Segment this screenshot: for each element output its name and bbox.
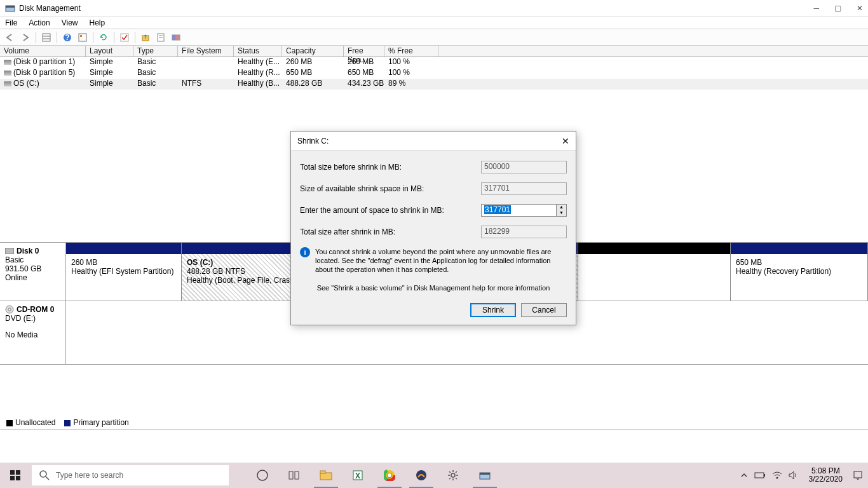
spinner-down-icon[interactable]: ▼: [557, 210, 566, 216]
tray-wifi-icon[interactable]: [772, 471, 782, 479]
field-total-after: 182299: [481, 226, 567, 238]
spinner-arrows: ▲ ▼: [557, 204, 567, 217]
svg-text:X: X: [355, 471, 360, 480]
info-icon: i: [300, 247, 310, 257]
svg-rect-49: [480, 473, 490, 475]
col-status[interactable]: Status: [234, 46, 282, 57]
svg-line-46: [449, 478, 451, 479]
col-layout[interactable]: Layout: [86, 46, 133, 57]
partition[interactable]: 260 MB Healthy (EFI System Partition): [66, 243, 182, 301]
refresh-icon[interactable]: [97, 31, 110, 44]
back-icon[interactable]: [4, 31, 17, 44]
svg-rect-16: [175, 35, 180, 40]
svg-line-47: [456, 471, 457, 473]
col-filesystem[interactable]: File System: [178, 46, 234, 57]
close-button[interactable]: ✕: [857, 4, 863, 13]
search-input[interactable]: Type here to search: [32, 465, 229, 485]
minimize-button[interactable]: ─: [813, 4, 819, 13]
search-icon: [39, 470, 50, 480]
app-chrome[interactable]: [375, 463, 404, 488]
help-icon[interactable]: ?: [61, 31, 74, 44]
col-pct-free[interactable]: % Free: [384, 46, 438, 57]
app-settings[interactable]: [438, 463, 468, 488]
app-diskmgmt[interactable]: [470, 463, 499, 488]
svg-rect-53: [854, 471, 862, 478]
menu-action[interactable]: Action: [29, 18, 50, 27]
start-button[interactable]: [0, 463, 31, 488]
svg-point-19: [8, 308, 11, 311]
partition-bar: [731, 243, 867, 254]
app-explorer[interactable]: [311, 463, 341, 488]
label-total-before: Total size before shrink in MB:: [300, 163, 481, 172]
menu-view[interactable]: View: [62, 18, 78, 27]
window-title: Disk Management: [19, 4, 81, 13]
svg-rect-21: [16, 470, 20, 475]
timeline-icon[interactable]: [280, 463, 309, 488]
volume-icon: [4, 71, 11, 76]
tray-battery-icon[interactable]: [754, 472, 766, 478]
toolbar: ?: [0, 29, 868, 46]
legend-swatch-primary: [64, 420, 71, 426]
taskbar-clock[interactable]: 5:08 PM 3/22/2020: [805, 467, 846, 484]
svg-line-44: [449, 471, 451, 473]
menu-file[interactable]: File: [5, 18, 17, 27]
maximize-button[interactable]: ▢: [834, 4, 841, 13]
svg-rect-30: [320, 471, 325, 473]
col-free[interactable]: Free Spa...: [344, 46, 384, 57]
check-icon[interactable]: [118, 31, 131, 44]
field-shrink-amount[interactable]: 317701: [481, 204, 557, 217]
col-volume[interactable]: Volume: [0, 46, 86, 57]
label-enter-amount: Enter the amount of space to shrink in M…: [300, 206, 481, 215]
svg-line-25: [46, 477, 49, 480]
app-excel[interactable]: X: [343, 463, 372, 488]
search-placeholder: Type here to search: [56, 471, 123, 480]
volume-icon: [4, 81, 11, 86]
menu-help[interactable]: Help: [90, 18, 105, 27]
forward-icon[interactable]: [19, 31, 32, 44]
svg-rect-2: [43, 34, 50, 41]
help-link-text: See "Shrink a basic volume" in Disk Mana…: [300, 284, 567, 292]
svg-line-45: [456, 478, 457, 479]
volume-icon: [4, 60, 11, 65]
dialog-close-icon[interactable]: ✕: [562, 136, 569, 146]
svg-rect-29: [320, 473, 332, 480]
tray-volume-icon[interactable]: [789, 471, 799, 480]
settings-list-icon[interactable]: [76, 31, 89, 44]
svg-point-39: [451, 473, 455, 477]
properties-icon[interactable]: [154, 31, 167, 44]
tray-chevron-icon[interactable]: [740, 471, 748, 479]
svg-rect-27: [289, 471, 293, 479]
spinner-up-icon[interactable]: ▲: [557, 205, 566, 210]
app-generic[interactable]: [407, 463, 436, 488]
table-row[interactable]: (Disk 0 partition 5) Simple Basic Health…: [0, 68, 868, 79]
taskview-icon[interactable]: [248, 463, 277, 488]
cancel-button[interactable]: Cancel: [521, 303, 567, 317]
svg-point-37: [388, 473, 391, 477]
svg-point-52: [776, 477, 778, 479]
menubar: File Action View Help: [0, 17, 868, 29]
svg-rect-50: [755, 473, 764, 478]
shrink-button[interactable]: Shrink: [470, 303, 516, 317]
dialog-titlebar[interactable]: Shrink C: ✕: [291, 132, 576, 151]
disk-label[interactable]: CD-ROM 0 DVD (E:) No Media: [0, 301, 66, 364]
partition[interactable]: 650 MB Healthy (Recovery Partition): [731, 243, 868, 301]
svg-rect-22: [10, 476, 15, 480]
graphical-view-icon[interactable]: [170, 31, 182, 44]
dialog-title: Shrink C:: [297, 137, 329, 146]
view-list-icon[interactable]: [40, 31, 53, 44]
table-row[interactable]: (Disk 0 partition 1) Simple Basic Health…: [0, 57, 868, 68]
disk-label[interactable]: Disk 0 Basic 931.50 GB Online: [0, 243, 66, 301]
shrink-dialog: Shrink C: ✕ Total size before shrink in …: [290, 131, 576, 325]
svg-text:?: ?: [65, 33, 69, 42]
svg-rect-15: [172, 35, 175, 40]
partition-unallocated[interactable]: [578, 243, 731, 301]
volume-table-header: Volume Layout Type File System Status Ca…: [0, 46, 868, 57]
svg-rect-8: [80, 35, 82, 37]
folder-up-icon[interactable]: [139, 31, 152, 44]
col-type[interactable]: Type: [133, 46, 178, 57]
label-total-after: Total size after shrink in MB:: [300, 227, 481, 236]
col-capacity[interactable]: Capacity: [282, 46, 344, 57]
tray-notifications-icon[interactable]: [853, 470, 863, 480]
legend: Unallocated Primary partition: [0, 416, 868, 430]
table-row[interactable]: OS (C:) Simple Basic NTFS Healthy (B... …: [0, 79, 868, 90]
